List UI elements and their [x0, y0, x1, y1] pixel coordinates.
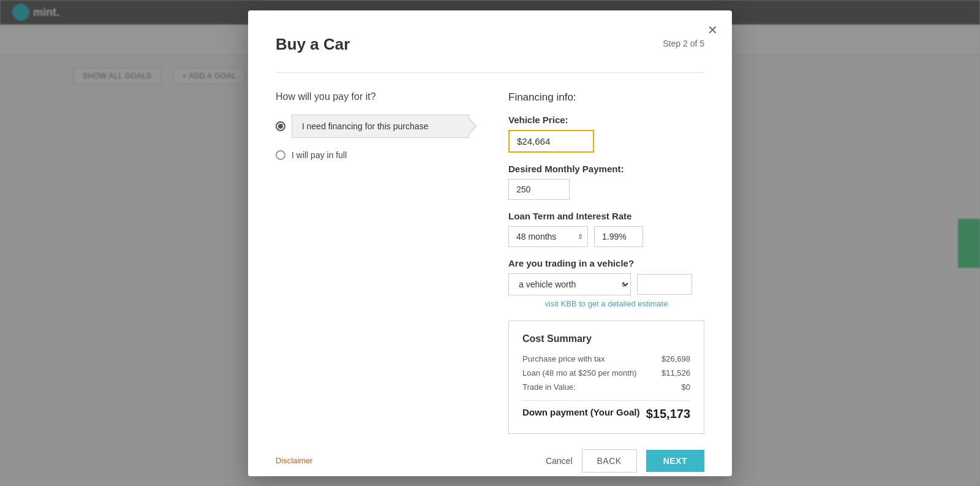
loan-term-label: Loan Term and Interest Rate	[508, 211, 704, 221]
cost-row-tax-label: Purchase price with tax	[522, 354, 605, 363]
monthly-payment-input[interactable]	[508, 179, 570, 200]
modal-body: How will you pay for it? I need financin…	[276, 91, 704, 434]
financing-option-label[interactable]: I need financing for this purchase	[292, 115, 469, 138]
trade-in-amount-input[interactable]	[637, 274, 692, 295]
payment-section-title: How will you pay for it?	[276, 91, 478, 102]
disclaimer-link[interactable]: Disclaimer	[276, 456, 313, 465]
right-column: Financing info: Vehicle Price: Desired M…	[508, 91, 704, 434]
cost-row-loan: Loan (48 mo at $250 per month) $11,526	[522, 368, 690, 378]
modal-title: Buy a Car	[276, 35, 350, 54]
modal-footer: Disclaimer Cancel BACK NEXT	[276, 449, 704, 473]
cost-summary-title: Cost Summary	[522, 333, 690, 344]
trade-in-group: Are you trading in a vehicle? a vehicle …	[508, 258, 704, 308]
header-divider	[276, 72, 704, 73]
financing-radio[interactable]	[276, 121, 285, 131]
modal-overlay: ✕ Buy a Car Step 2 of 5 How will you pay…	[0, 0, 980, 486]
vehicle-price-label: Vehicle Price:	[508, 115, 704, 125]
cost-summary: Cost Summary Purchase price with tax $26…	[508, 321, 704, 434]
trade-in-select[interactable]: a vehicle worth no vehicle	[508, 273, 631, 295]
pay-full-option[interactable]: I will pay in full	[276, 150, 478, 160]
cost-row-loan-value: $11,526	[662, 368, 690, 378]
trade-in-row: a vehicle worth no vehicle	[508, 273, 704, 295]
financing-section-title: Financing info:	[508, 91, 704, 104]
monthly-payment-label: Desired Monthly Payment:	[508, 164, 704, 174]
next-button[interactable]: NEXT	[646, 450, 704, 472]
pay-full-option-label: I will pay in full	[292, 150, 347, 160]
cost-row-tax: Purchase price with tax $26,698	[522, 354, 690, 363]
vehicle-price-input[interactable]	[508, 130, 594, 153]
cost-total-value: $15,173	[646, 407, 690, 421]
cost-row-trade-label: Trade in Value:	[522, 382, 576, 392]
left-column: How will you pay for it? I need financin…	[276, 91, 478, 434]
cost-row-loan-label: Loan (48 mo at $250 per month)	[522, 368, 636, 378]
trade-in-select-wrapper: a vehicle worth no vehicle	[508, 273, 631, 295]
loan-term-group: Loan Term and Interest Rate 24 months 36…	[508, 211, 704, 247]
back-button[interactable]: BACK	[582, 449, 637, 473]
cost-total-label: Down payment (Your Goal)	[522, 407, 639, 421]
cost-total-row: Down payment (Your Goal) $15,173	[522, 400, 690, 421]
close-button[interactable]: ✕	[704, 21, 721, 39]
monthly-payment-group: Desired Monthly Payment:	[508, 164, 704, 200]
kbb-link[interactable]: visit KBB to get a detailed estimate	[508, 299, 704, 308]
interest-rate-input[interactable]	[594, 226, 643, 247]
cost-row-tax-value: $26,698	[662, 354, 690, 363]
modal-dialog: ✕ Buy a Car Step 2 of 5 How will you pay…	[248, 10, 732, 476]
loan-term-select[interactable]: 24 months 36 months 48 months 60 months …	[508, 226, 588, 247]
footer-buttons: Cancel BACK NEXT	[546, 449, 704, 473]
cancel-button[interactable]: Cancel	[546, 456, 573, 466]
financing-option-text: I need financing for this purchase	[302, 121, 428, 131]
pay-full-radio[interactable]	[276, 150, 285, 160]
trade-in-label: Are you trading in a vehicle?	[508, 258, 704, 268]
modal-header: Buy a Car Step 2 of 5	[276, 35, 704, 54]
financing-option[interactable]: I need financing for this purchase	[276, 115, 478, 138]
cost-row-trade: Trade in Value: $0	[522, 382, 690, 392]
loan-term-row: 24 months 36 months 48 months 60 months …	[508, 226, 704, 247]
vehicle-price-group: Vehicle Price:	[508, 115, 704, 153]
cost-row-trade-value: $0	[682, 382, 690, 392]
modal-step: Step 2 of 5	[663, 35, 704, 48]
loan-term-select-wrapper: 24 months 36 months 48 months 60 months …	[508, 226, 588, 247]
